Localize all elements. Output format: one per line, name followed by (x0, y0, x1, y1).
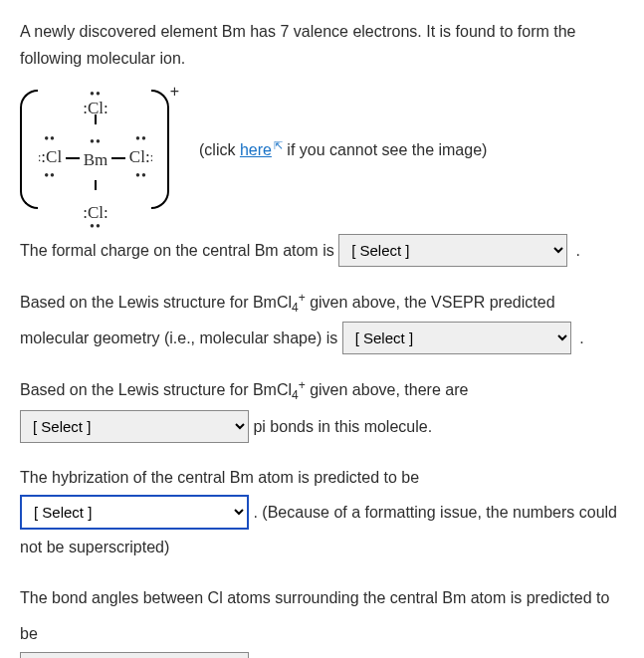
q3-select[interactable]: [ Select ] (20, 410, 249, 443)
image-caption: (click here⇱ if you cannot see the image… (199, 136, 487, 165)
q1: The formal charge on the central Bm atom… (20, 233, 624, 268)
q4-text: The hybrization of the central Bm atom i… (20, 460, 624, 495)
q1-period: . (576, 242, 580, 259)
bm-center: •• Bm (84, 139, 108, 176)
q4: The hybrization of the central Bm atom i… (20, 460, 624, 565)
q5-text: The bond angles between Cl atoms surroun… (20, 580, 624, 650)
caption-pre: (click (199, 141, 240, 158)
formula: BmCl4+ (253, 381, 306, 398)
formula: BmCl4+ (253, 294, 306, 311)
q2-text-a: Based on the Lewis structure for (20, 294, 253, 311)
bm-label: Bm (84, 150, 108, 169)
q1-select[interactable]: [ Select ] (338, 234, 567, 267)
q5-select[interactable]: [ Select ] (20, 652, 249, 658)
q4-select[interactable]: [ Select ] (20, 495, 249, 530)
cl-top: •• :Cl: (83, 92, 108, 119)
cl-right-label: Cl: (129, 147, 150, 166)
q2-select[interactable]: [ Select ] (342, 322, 571, 354)
q1-text: The formal charge on the central Bm atom… (20, 242, 338, 259)
image-link[interactable]: here (240, 141, 272, 158)
cl-left-label: :Cl (41, 147, 62, 166)
intro-text: A newly discovered element Bm has 7 vale… (20, 18, 624, 72)
cl-top-label: :Cl: (83, 99, 108, 117)
q3-text-a: Based on the Lewis structure for (20, 381, 253, 398)
q2-period: . (579, 329, 583, 346)
q5: The bond angles between Cl atoms surroun… (20, 580, 624, 658)
bond-right (111, 157, 125, 159)
ion-charge: + (170, 78, 179, 107)
lewis-structure: + •• :Cl: •• ::Cl •• •• Bm (20, 86, 179, 215)
caption-post: if you cannot see the image) (283, 141, 487, 158)
external-link-icon: ⇱ (274, 136, 283, 156)
bond-bottom (95, 180, 97, 190)
bracket-left (20, 90, 38, 209)
q3: Based on the Lewis structure for BmCl4+ … (20, 372, 624, 444)
bond-left (66, 157, 80, 159)
lewis-row: + •• :Cl: •• ::Cl •• •• Bm (20, 86, 624, 215)
q3-text-b: given above, there are (306, 381, 469, 398)
q3-post: pi bonds in this molecule. (253, 418, 432, 435)
q2: Based on the Lewis structure for BmCl4+ … (20, 285, 624, 356)
cl-left: •• ::Cl •• (38, 136, 62, 179)
cl-right: •• Cl:: •• (129, 136, 153, 179)
bracket-right (151, 90, 169, 209)
cl-bottom: :Cl: •• (83, 202, 108, 230)
